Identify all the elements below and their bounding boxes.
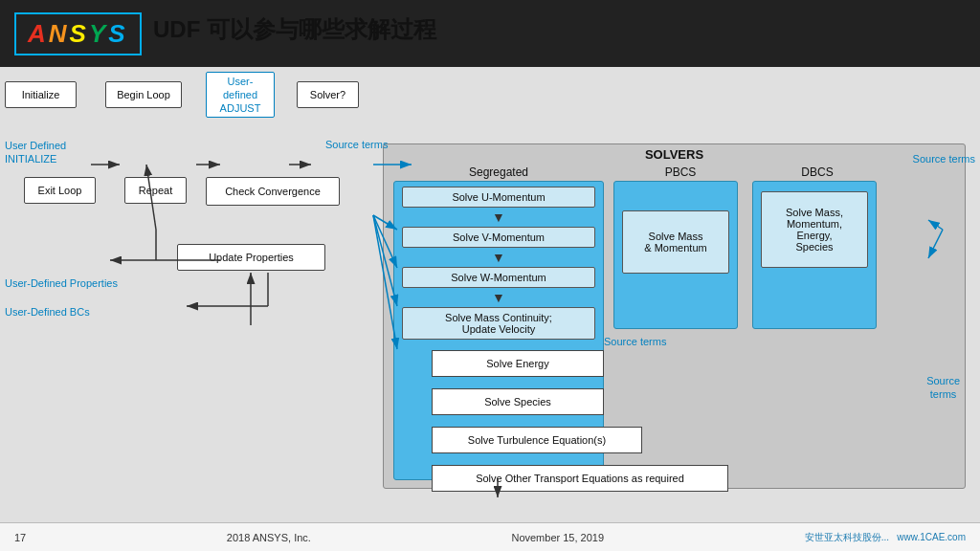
solve-species-box: Solve Species: [432, 388, 604, 415]
arrow-down-1: ▼: [394, 212, 603, 222]
source-terms-dbcs-label: Source terms: [913, 153, 975, 165]
begin-loop-box: Begin Loop: [105, 81, 182, 108]
solve-mass-momentum-energy: Solve Mass,Momentum,Energy,Species: [761, 191, 868, 268]
dbcs-col: Solve Mass,Momentum,Energy,Species: [752, 181, 877, 329]
solvers-box: SOLVERS Segregated PBCS DBCS Solve U-Mom…: [383, 143, 966, 489]
solvers-label: SOLVERS: [384, 144, 965, 165]
user-defined-initialize-label: User DefinedINITIALIZE: [5, 139, 66, 165]
solve-energy-box: Solve Energy: [432, 350, 604, 377]
solve-w-momentum: Solve W-Momentum: [402, 267, 595, 288]
solve-mass-momentum: Solve Mass& Momentum: [622, 210, 729, 274]
pbcs-header: PBCS: [618, 165, 743, 179]
page-number: 17: [14, 532, 26, 543]
update-properties-box: Update Properties: [177, 244, 325, 271]
header-strip: ANSYS: [0, 0, 980, 67]
repeat-box: Repeat: [124, 177, 187, 204]
watermark: 安世亚太科技股份... www.1CAE.com: [805, 531, 966, 544]
solve-v-momentum: Solve V-Momentum: [402, 227, 595, 248]
user-defined-bcs-label: User-Defined BCs: [5, 306, 90, 318]
solve-other-box: Solve Other Transport Equations as requi…: [432, 465, 728, 492]
source-terms-right-1: Sourceterms: [926, 374, 960, 401]
page-title: UDF 可以参与哪些求解过程: [153, 14, 436, 45]
ansys-logo: ANSYS: [14, 12, 142, 55]
main-content: ANSYS UDF 可以参与哪些求解过程 SOLVERS Segregated …: [0, 0, 980, 551]
arrow-down-2: ▼: [394, 253, 603, 262]
solve-u-momentum: Solve U-Momentum: [402, 187, 595, 208]
arrow-down-3: ▼: [394, 293, 603, 302]
bottom-bar: 17 2018 ANSYS, Inc. November 15, 2019 安世…: [0, 522, 980, 551]
user-defined-adjust-box: User-definedADJUST: [206, 72, 275, 118]
segregated-header: Segregated: [393, 165, 604, 179]
solver-box: Solver?: [297, 81, 359, 108]
solve-mass-continuity: Solve Mass Continuity;Update Velocity: [402, 307, 595, 340]
solve-turbulence-box: Solve Turbulence Equation(s): [432, 427, 642, 453]
user-defined-properties-label: User-Defined Properties: [5, 277, 118, 289]
initialize-box: Initialize: [5, 81, 77, 108]
source-terms-left-label: Source terms: [325, 139, 388, 150]
date-label: November 15, 2019: [511, 532, 604, 543]
dbcs-header: DBCS: [755, 165, 880, 179]
exit-loop-box: Exit Loop: [24, 177, 96, 204]
pbcs-col: Solve Mass& Momentum: [613, 181, 738, 329]
source-terms-inner: Source terms: [604, 336, 666, 347]
content-area: SOLVERS Segregated PBCS DBCS Solve U-Mom…: [0, 67, 980, 522]
company-label: 2018 ANSYS, Inc.: [227, 532, 311, 543]
check-convergence-box: Check Convergence: [206, 177, 340, 206]
